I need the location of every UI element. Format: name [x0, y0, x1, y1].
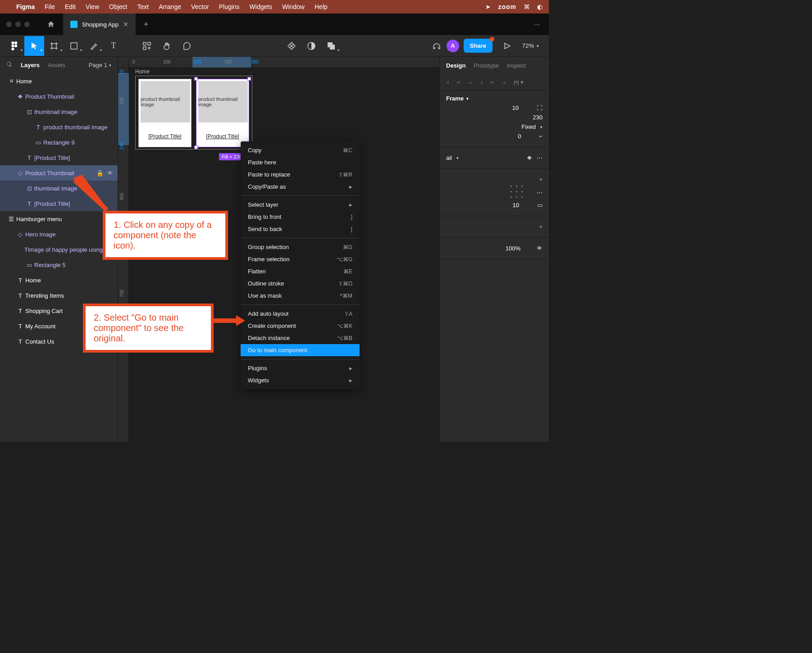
- add-autolayout-icon[interactable]: +: [539, 176, 543, 183]
- status-icon[interactable]: ◐: [537, 3, 543, 10]
- menu-vector[interactable]: Vector: [191, 3, 209, 10]
- move-tool[interactable]: ▾: [24, 36, 44, 56]
- layer-hero-image[interactable]: ◇Hero image: [0, 227, 118, 242]
- visibility-icon[interactable]: 👁: [537, 245, 543, 252]
- audio-icon[interactable]: [427, 36, 447, 56]
- ctx-goto-main-component[interactable]: Go to main component: [241, 344, 360, 356]
- thumbnail-2-selected[interactable]: product thumbnail image [Product Title]: [196, 79, 249, 147]
- frame-dropdown[interactable]: Frame▾: [446, 95, 543, 102]
- share-button[interactable]: Share: [464, 39, 493, 53]
- menu-edit[interactable]: Edit: [65, 3, 76, 10]
- resize-value[interactable]: Fixed: [521, 123, 536, 130]
- present-button[interactable]: [497, 36, 517, 56]
- layer-hamburger[interactable]: ☰Hamburger menu: [0, 211, 118, 227]
- menu-object[interactable]: Object: [109, 3, 127, 10]
- menu-view[interactable]: View: [86, 3, 99, 10]
- frame-label[interactable]: Home: [135, 68, 150, 75]
- rotation-value[interactable]: 0: [518, 133, 521, 140]
- align-tools[interactable]: ⫞⫟⫠ ⫞⫟⫠ |•| ▾: [440, 74, 549, 91]
- ctx-group[interactable]: Group selection⌘G: [241, 241, 360, 253]
- shape-tool[interactable]: ▾: [64, 36, 84, 56]
- h-value[interactable]: 230: [533, 114, 543, 121]
- padding-icon[interactable]: ▭: [537, 202, 543, 209]
- plus-icon[interactable]: +: [539, 223, 543, 230]
- pen-tool[interactable]: ▾: [84, 36, 104, 56]
- tab-design[interactable]: Design: [446, 62, 465, 69]
- frame-tool[interactable]: ▾: [44, 36, 64, 56]
- corner-radius-icon[interactable]: ⌐: [539, 133, 543, 140]
- figma-brand[interactable]: Figma: [16, 3, 35, 10]
- ctx-send-back[interactable]: Send to back[: [241, 223, 360, 235]
- menu-text[interactable]: Text: [137, 3, 149, 10]
- more-icon[interactable]: ⋯: [537, 189, 543, 196]
- resources-tool[interactable]: [137, 36, 157, 56]
- hand-tool[interactable]: [157, 36, 177, 56]
- gap-value[interactable]: 10: [513, 202, 519, 209]
- opacity-value[interactable]: 100%: [506, 245, 520, 252]
- layer-home-text[interactable]: THome: [0, 272, 118, 288]
- layer-product-thumbnail-main[interactable]: ❖Product Thumbnail: [0, 89, 118, 104]
- y-value[interactable]: 10: [512, 104, 519, 111]
- svg-rect-7: [148, 42, 151, 45]
- location-icon[interactable]: ➤: [485, 3, 491, 10]
- thumbnail-1[interactable]: product thumbnail image [Product Title]: [138, 79, 192, 147]
- ctx-frame-selection[interactable]: Frame selection⌥⌘G: [241, 253, 360, 265]
- menu-plugins[interactable]: Plugins: [219, 3, 240, 10]
- menu-button[interactable]: ▾: [5, 36, 24, 56]
- component-icon[interactable]: [282, 36, 301, 56]
- layer-product-title-1[interactable]: T[Product Title]: [0, 150, 118, 165]
- ctx-select-layer[interactable]: Select layer▸: [241, 199, 360, 211]
- more-icon[interactable]: ⋯: [537, 154, 543, 161]
- layer-rectangle-9[interactable]: ▭Rectangle 9: [0, 135, 118, 150]
- ctx-paste-here[interactable]: Paste here: [241, 156, 360, 168]
- traffic-lights[interactable]: [0, 14, 39, 35]
- ctx-detach-instance[interactable]: Detach instance⌥⌘B: [241, 332, 360, 344]
- ctx-copy[interactable]: Copy⌘C: [241, 144, 360, 156]
- window-more-icon[interactable]: ⋯: [525, 14, 549, 35]
- ctx-bring-front[interactable]: Bring to front]: [241, 211, 360, 223]
- tab-inspect[interactable]: Inspect: [507, 62, 526, 69]
- file-tab[interactable]: Shopping App ✕: [63, 14, 136, 35]
- layer-hero-text[interactable]: Timage of happy people using an app: [0, 242, 118, 257]
- search-icon[interactable]: [6, 61, 13, 69]
- menu-file[interactable]: File: [45, 3, 55, 10]
- layer-home[interactable]: ⌗Home: [0, 73, 118, 89]
- component-name-suffix[interactable]: ail: [446, 154, 452, 161]
- align-to-parent-icon[interactable]: ⛶: [537, 104, 543, 111]
- avatar[interactable]: A: [447, 40, 459, 52]
- layer-thumbnail-image-1[interactable]: ⊡thumbnail image: [0, 104, 118, 119]
- boolean-icon[interactable]: ▾: [321, 36, 341, 56]
- layer-rectangle-5[interactable]: ▭Rectangle 5: [0, 257, 118, 272]
- zoom-dropdown[interactable]: 72%▾: [517, 42, 544, 49]
- text-tool[interactable]: T: [104, 36, 123, 56]
- ctx-copy-paste-as[interactable]: Copy/Paste as▸: [241, 181, 360, 193]
- mask-icon[interactable]: [301, 36, 321, 56]
- tab-prototype[interactable]: Prototype: [474, 62, 499, 69]
- ctx-plugins[interactable]: Plugins▸: [241, 362, 360, 374]
- zoom-app-icon[interactable]: zoom: [498, 3, 516, 10]
- figma-status-icon[interactable]: ⌘: [524, 3, 530, 10]
- tab-layers[interactable]: Layers: [21, 62, 40, 68]
- comment-tool[interactable]: [177, 36, 196, 56]
- ctx-use-as-mask[interactable]: Use as mask^⌘M: [241, 290, 360, 302]
- tab-assets[interactable]: Assets: [48, 62, 65, 68]
- close-icon[interactable]: ✕: [123, 21, 128, 28]
- ctx-widgets[interactable]: Widgets▸: [241, 374, 360, 386]
- component-icon[interactable]: ❖: [527, 154, 532, 161]
- home-frame[interactable]: product thumbnail image [Product Title] …: [135, 76, 252, 150]
- menu-arrange[interactable]: Arrange: [159, 3, 181, 10]
- layer-product-thumbnail-image-text[interactable]: Tproduct thumbnail image: [0, 119, 118, 135]
- ctx-create-component[interactable]: Create component⌥⌘K: [241, 320, 360, 332]
- menu-window[interactable]: Window: [282, 3, 305, 10]
- constraint-grid[interactable]: [511, 186, 524, 199]
- layer-trending[interactable]: TTrending Items: [0, 288, 118, 303]
- ctx-outline-stroke[interactable]: Outline stroke⇧⌘O: [241, 277, 360, 290]
- ctx-paste-replace[interactable]: Paste to replace⇧⌘R: [241, 168, 360, 181]
- menu-help[interactable]: Help: [315, 3, 328, 10]
- menu-widgets[interactable]: Widgets: [250, 3, 273, 10]
- ctx-flatten[interactable]: Flatten⌘E: [241, 265, 360, 277]
- page-dropdown[interactable]: Page 1▾: [89, 62, 111, 68]
- ctx-add-auto-layout[interactable]: Add auto layout⇧A: [241, 308, 360, 320]
- new-tab-button[interactable]: +: [136, 14, 157, 35]
- home-tab[interactable]: [39, 14, 63, 35]
